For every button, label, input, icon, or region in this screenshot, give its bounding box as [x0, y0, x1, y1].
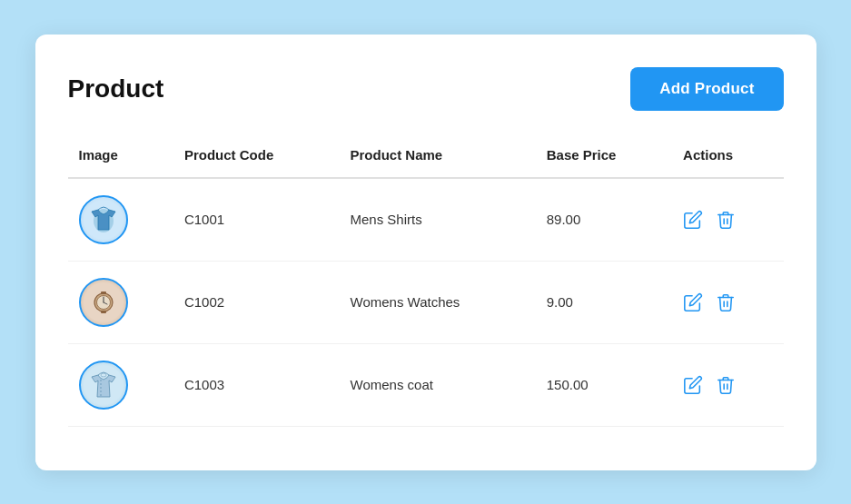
table-header-row: Image Product Code Product Name Base Pri…	[68, 136, 784, 178]
col-image: Image	[68, 136, 173, 178]
actions-cell	[672, 343, 783, 426]
svg-rect-5	[101, 292, 106, 294]
card-header: Product Add Product	[68, 67, 784, 111]
col-actions: Actions	[672, 136, 783, 178]
svg-rect-6	[101, 311, 106, 313]
add-product-button[interactable]: Add Product	[630, 67, 783, 111]
product-image	[79, 361, 128, 410]
edit-icon[interactable]	[683, 375, 703, 395]
delete-icon[interactable]	[716, 375, 736, 395]
edit-icon[interactable]	[683, 292, 703, 312]
product-name-cell: Mens Shirts	[340, 178, 536, 262]
col-product-name: Product Name	[340, 136, 536, 178]
delete-icon[interactable]	[716, 292, 736, 312]
edit-icon[interactable]	[683, 210, 703, 230]
product-code-cell: C1001	[173, 178, 340, 262]
products-table: Image Product Code Product Name Base Pri…	[68, 136, 784, 427]
product-name-cell: Womens coat	[340, 343, 536, 426]
base-price-cell: 9.00	[536, 261, 672, 343]
actions-cell	[672, 261, 783, 343]
product-image-cell	[68, 261, 173, 343]
product-code-cell: C1002	[173, 261, 340, 343]
page-title: Product	[68, 74, 164, 104]
product-name-cell: Womens Watches	[340, 261, 536, 343]
col-base-price: Base Price	[536, 136, 672, 178]
product-card: Product Add Product Image Product Code P…	[35, 35, 816, 470]
product-image	[79, 195, 128, 244]
product-image	[79, 278, 128, 327]
base-price-cell: 89.00	[536, 178, 672, 262]
table-row: C1002Womens Watches9.00	[68, 261, 784, 343]
table-row: C1001Mens Shirts89.00	[68, 178, 784, 262]
product-code-cell: C1003	[173, 343, 340, 426]
svg-point-7	[101, 373, 106, 377]
product-image-cell	[68, 343, 173, 426]
table-row: C1003Womens coat150.00	[68, 343, 784, 426]
base-price-cell: 150.00	[536, 343, 672, 426]
col-product-code: Product Code	[173, 136, 340, 178]
delete-icon[interactable]	[716, 210, 736, 230]
product-image-cell	[68, 178, 173, 262]
actions-cell	[672, 178, 783, 262]
